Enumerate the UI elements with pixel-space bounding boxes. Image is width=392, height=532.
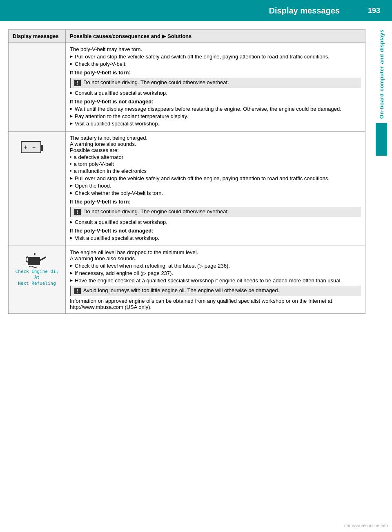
top-bar: Display messages 193 — [0, 0, 392, 21]
warning-box: ! Do not continue driving. The engine co… — [70, 207, 361, 217]
dot-item: a defective alternator — [70, 154, 361, 160]
arrow-item: Consult a qualified specialist workshop. — [70, 90, 361, 96]
text-block: The battery is not being charged. — [70, 135, 361, 141]
col1-header: Display messages — [9, 30, 66, 43]
text-block: Information on approved engine oils can … — [70, 298, 361, 310]
arrow-item: Open the hood. — [70, 183, 361, 189]
svg-rect-0 — [28, 257, 40, 265]
sidebar-label: On-board computer and displays — [379, 29, 385, 119]
arrow-item: Wait until the display message disappear… — [70, 106, 361, 112]
table-row: The poly-V-belt may have torn. Pull over… — [9, 43, 365, 132]
warning-box: ! Avoid long journeys with too little en… — [70, 286, 361, 296]
arrow-item: Pull over and stop the vehicle safely an… — [70, 54, 361, 60]
bold-heading: If the poly-V-belt is torn: — [70, 199, 361, 205]
col2-header: Possible causes/consequences and ▶ Solut… — [66, 30, 365, 43]
dot-item: a torn poly-V-belt — [70, 161, 361, 167]
content-area: Display messages Possible causes/consequ… — [8, 29, 365, 314]
arrow-item: Visit a qualified specialist workshop. — [70, 235, 361, 241]
table-row: Check Engine Oil AtNext Refueling The en… — [9, 246, 365, 314]
text-block: The engine oil level has dropped to the … — [70, 249, 361, 255]
content-cell-3: The engine oil level has dropped to the … — [66, 246, 365, 314]
oil-can-icon — [26, 251, 48, 268]
arrow-item: Check the oil level when next refueling,… — [70, 263, 361, 269]
table-header-row: Display messages Possible causes/consequ… — [9, 30, 365, 43]
display-cell-1 — [9, 43, 66, 132]
warning-icon: ! — [74, 209, 81, 215]
table-row: + – The battery is not being charged. A … — [9, 132, 365, 246]
main-table: Display messages Possible causes/consequ… — [8, 29, 365, 314]
warning-text: Do not continue driving. The engine coul… — [83, 79, 229, 85]
warning-icon: ! — [74, 80, 81, 86]
warning-icon: ! — [74, 288, 81, 294]
arrow-item: Pay attention to the coolant temperature… — [70, 113, 361, 119]
oil-icon-container: Check Engine Oil AtNext Refueling — [13, 249, 61, 288]
display-cell-3: Check Engine Oil AtNext Refueling — [9, 246, 66, 314]
page-title: Display messages — [21, 6, 364, 16]
warning-box: ! Do not continue driving. The engine co… — [70, 78, 361, 88]
bold-heading: If the poly-V-belt is torn: — [70, 69, 361, 76]
bold-heading: If the poly-V-belt is not damaged: — [70, 98, 361, 105]
warning-text: Do not continue driving. The engine coul… — [83, 208, 229, 215]
text-block: A warning tone also sounds. — [70, 255, 361, 262]
display-cell-2: + – — [9, 132, 66, 246]
sidebar-accent-block — [376, 123, 387, 156]
oil-icon-label: Check Engine Oil AtNext Refueling — [15, 269, 59, 286]
arrow-item: If necessary, add engine oil (▷ page 237… — [70, 270, 361, 276]
page-number: 193 — [364, 7, 384, 15]
content-cell-2: The battery is not being charged. A warn… — [66, 132, 365, 246]
right-sidebar: On-board computer and displays — [371, 21, 392, 532]
bold-heading: If the poly-V-belt is not damaged: — [70, 228, 361, 234]
arrow-item: Check whether the poly-V-belt is torn. — [70, 190, 361, 196]
arrow-item: Have the engine checked at a qualified s… — [70, 277, 361, 284]
text-block: A warning tone also sounds. — [70, 141, 361, 147]
text-block: Possible causes are: — [70, 147, 361, 153]
arrow-item: Visit a qualified specialist workshop. — [70, 121, 361, 127]
battery-icon: + – — [21, 141, 41, 153]
text-block: The poly-V-belt may have torn. — [70, 46, 361, 52]
dot-item: a malfunction in the electronics — [70, 168, 361, 174]
content-cell-1: The poly-V-belt may have torn. Pull over… — [66, 43, 365, 132]
svg-marker-1 — [40, 256, 46, 261]
arrow-item: Pull over and stop the vehicle safely an… — [70, 175, 361, 181]
arrow-item: Check the poly-V-belt. — [70, 61, 361, 67]
warning-text: Avoid long journeys with too little engi… — [83, 287, 279, 293]
arrow-item: Consult a qualified specialist workshop. — [70, 219, 361, 225]
watermark: carmanualsonline.info — [344, 523, 388, 528]
